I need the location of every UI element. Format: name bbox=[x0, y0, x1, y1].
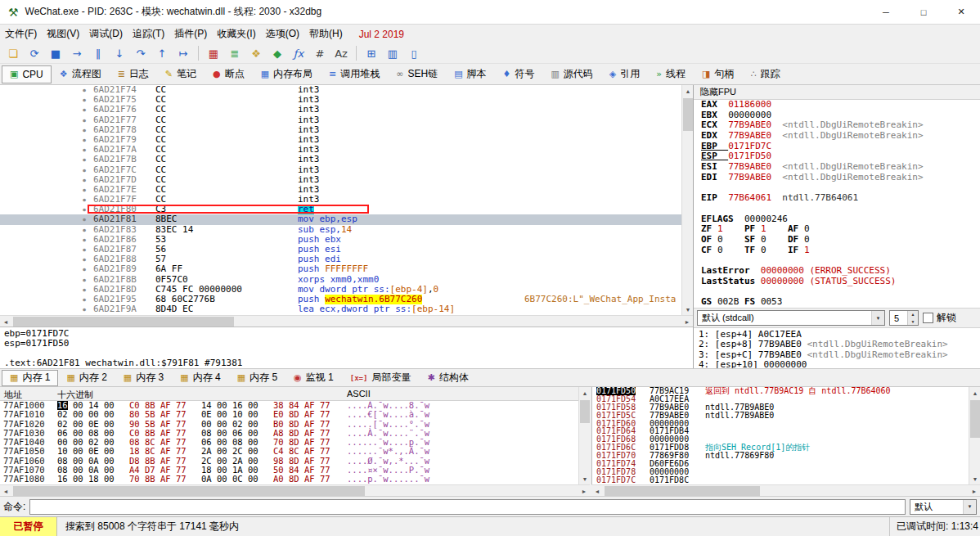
register-row[interactable]: EDI 77B9ABE0 <ntdll.DbgUiRemoteBreakin> bbox=[701, 173, 980, 183]
args-count-spinner[interactable]: 5 ▲ ▼ bbox=[889, 310, 919, 326]
breakpoint-dot[interactable]: ● bbox=[79, 214, 89, 224]
disasm-row[interactable]: ●6AD21F8383EC 14sub esp,14 bbox=[0, 225, 681, 235]
breakpoint-dot[interactable]: ● bbox=[79, 155, 89, 164]
run-icon[interactable]: → bbox=[67, 45, 87, 62]
breakpoint-dot[interactable]: ● bbox=[79, 264, 89, 274]
stack-row[interactable]: 0171FD640171FDB4 bbox=[592, 427, 969, 435]
scroll-right-icon[interactable]: ► bbox=[578, 485, 590, 497]
menu-item-debug[interactable]: 调试(D) bbox=[84, 25, 128, 43]
stack-row[interactable]: 0171FD54A0C17EEA bbox=[592, 395, 969, 403]
dump-hscrollbar[interactable]: ◄ ► bbox=[0, 484, 590, 496]
tab-seh[interactable]: ∞SEH链 bbox=[388, 65, 446, 83]
memory-grid-icon[interactable]: ⊞ bbox=[362, 45, 381, 62]
stack-vscrollbar[interactable]: ▲ ▼ bbox=[969, 387, 980, 484]
stack-row[interactable]: 0171FD7077869F80ntdll.77869F80 bbox=[592, 452, 969, 460]
graph-icon[interactable]: ❖ bbox=[246, 45, 266, 62]
stack-pane[interactable]: 0171FD5077B9AC19返回到 ntdll.77B9AC19 自 ntd… bbox=[591, 387, 969, 484]
breakpoint-dot[interactable]: ● bbox=[79, 205, 89, 214]
log-icon[interactable]: ≣ bbox=[225, 45, 245, 62]
stack-row[interactable]: 0171FD7C0171FD8C bbox=[592, 476, 969, 484]
stack-row[interactable]: 0171FD7800000000 bbox=[592, 468, 969, 476]
breakpoint-dot[interactable]: ● bbox=[79, 115, 89, 125]
menu-item-view[interactable]: 视图(V) bbox=[42, 25, 84, 43]
argument-row[interactable]: 4: [esp+10] 00000000 bbox=[699, 360, 975, 368]
patches-icon[interactable]: ▦ bbox=[204, 45, 223, 62]
breakpoint-dot[interactable]: ● bbox=[79, 235, 89, 245]
breakpoint-dot[interactable]: ● bbox=[79, 125, 89, 135]
close-button[interactable]: ✕ bbox=[942, 0, 980, 24]
menu-item-plugins[interactable]: 插件(P) bbox=[169, 25, 212, 43]
breakpoint-dot[interactable]: ● bbox=[79, 245, 89, 254]
disassembly-vscrollbar[interactable]: ▲ ▼ bbox=[681, 85, 693, 315]
scroll-thumb[interactable] bbox=[13, 486, 365, 496]
breakpoint-dot[interactable]: ● bbox=[79, 135, 89, 145]
tab-memory-4[interactable]: ▦内存 4 bbox=[172, 370, 228, 386]
breakpoint-dot[interactable]: ● bbox=[79, 275, 89, 285]
dump-vscrollbar[interactable]: ▲ ▼ bbox=[578, 387, 590, 484]
mobile-icon[interactable]: ▯ bbox=[404, 45, 424, 62]
disasm-row[interactable]: ●6AD21F77CCint3 bbox=[0, 115, 681, 125]
spinner-up-icon[interactable]: ▲ bbox=[908, 311, 918, 318]
scroll-left-icon[interactable]: ◄ bbox=[591, 485, 603, 497]
breakpoint-dot[interactable]: ● bbox=[79, 95, 89, 105]
tab-memory-1[interactable]: ▦内存 1 bbox=[2, 370, 58, 386]
tab-memory-2[interactable]: ▦内存 2 bbox=[58, 370, 115, 386]
scroll-down-icon[interactable]: ▼ bbox=[682, 304, 694, 315]
stack-hscrollbar[interactable]: ◄ ► bbox=[591, 484, 980, 496]
scroll-thumb[interactable] bbox=[605, 486, 760, 496]
register-row[interactable]: LastStatus 00000000 (STATUS_SUCCESS) bbox=[701, 277, 980, 287]
tab-script[interactable]: ▤脚本 bbox=[446, 65, 494, 83]
scroll-down-icon[interactable]: ▼ bbox=[579, 473, 591, 484]
disassembly-pane[interactable]: ●6AD21F74CCint3●6AD21F75CCint3●6AD21F76C… bbox=[0, 85, 681, 315]
breakpoint-dot[interactable]: ● bbox=[79, 175, 89, 185]
disasm-row[interactable]: ●6AD21F7BCCint3 bbox=[0, 155, 681, 164]
stop-icon[interactable]: ■ bbox=[46, 45, 65, 62]
pause-icon[interactable]: ‖ bbox=[88, 45, 108, 62]
disasm-row[interactable]: ●6AD21F8B0F57C0xorps xmm0,xmm0 bbox=[0, 275, 681, 285]
maximize-button[interactable]: □ bbox=[905, 0, 942, 24]
tab-locals[interactable]: [x=]局部变量 bbox=[342, 370, 420, 386]
register-row[interactable]: EIP 77B64061 ntdll.77B64061 bbox=[701, 193, 980, 204]
scroll-thumb[interactable] bbox=[970, 400, 980, 438]
breakpoint-dot[interactable]: ● bbox=[79, 254, 89, 264]
stack-row[interactable]: 0171FD74D60FE6D6 bbox=[592, 460, 969, 468]
tab-memory-3[interactable]: ▦内存 3 bbox=[115, 370, 172, 386]
tab-call-stack[interactable]: ≡调用堆栈 bbox=[321, 65, 388, 83]
scroll-up-icon[interactable]: ▲ bbox=[682, 85, 694, 97]
breakpoint-dot[interactable]: ● bbox=[79, 105, 89, 115]
tab-symbols[interactable]: ♦符号 bbox=[495, 65, 543, 83]
menu-item-favourites[interactable]: 收藏夹(I) bbox=[212, 25, 260, 43]
dump-row[interactable]: 77AF101002 00 00 0080 5B AF 770E 00 10 0… bbox=[0, 410, 578, 419]
menu-item-file[interactable]: 文件(F) bbox=[0, 25, 42, 43]
dump-row[interactable]: 77AF108016 00 18 0070 8B AF 770A 00 0C 0… bbox=[0, 475, 578, 484]
strings-az-icon[interactable]: Az bbox=[331, 45, 351, 62]
disasm-row[interactable]: ●6AD21F76CCint3 bbox=[0, 105, 681, 115]
shield-icon[interactable]: ◆ bbox=[267, 45, 287, 62]
tab-struct[interactable]: ✱结构体 bbox=[419, 370, 476, 386]
tab-threads[interactable]: »线程 bbox=[648, 65, 694, 83]
stack-row[interactable]: 0171FD5877B9ABE0ntdll.77B9ABE0 bbox=[592, 403, 969, 412]
breakpoint-dot[interactable]: ● bbox=[79, 304, 89, 314]
stack-row[interactable]: 0171FD5C77B9ABE0ntdll.77B9ABE0 bbox=[592, 412, 969, 420]
tab-breakpoints[interactable]: ●断点 bbox=[205, 65, 253, 83]
minimize-button[interactable]: ─ bbox=[867, 0, 905, 24]
tab-references[interactable]: ◈引用 bbox=[601, 65, 648, 83]
unlock-checkbox[interactable] bbox=[923, 313, 933, 323]
breakpoint-dot[interactable]: ● bbox=[79, 195, 89, 205]
tab-log[interactable]: ≣日志 bbox=[110, 65, 157, 83]
register-row[interactable]: GS 002B FS 0053 bbox=[701, 297, 980, 308]
tab-trace[interactable]: ∴跟踪 bbox=[742, 65, 788, 83]
tab-memory-5[interactable]: ▦内存 5 bbox=[229, 370, 285, 386]
disasm-row[interactable]: ●6AD21F896A FFpush FFFFFFFF bbox=[0, 264, 681, 274]
tab-graph[interactable]: ❖流程图 bbox=[52, 65, 110, 83]
tab-cpu[interactable]: ▣CPU bbox=[2, 65, 52, 83]
stack-row[interactable]: 0171FD6C0171FDD8指向SEH_Record[1]的指针 bbox=[592, 444, 969, 452]
tab-source[interactable]: ▥源代码 bbox=[542, 65, 600, 83]
calling-convention-select[interactable]: 默认 (stdcall) ▼ bbox=[697, 310, 885, 326]
disassembly-hscrollbar[interactable]: ◄ ► bbox=[0, 315, 693, 327]
tab-handles[interactable]: ◨句柄 bbox=[694, 65, 742, 83]
scroll-thumb[interactable] bbox=[683, 98, 693, 131]
spinner-down-icon[interactable]: ▼ bbox=[908, 318, 918, 326]
breakpoint-dot[interactable]: ● bbox=[79, 185, 89, 195]
tab-notes[interactable]: ✎笔记 bbox=[157, 65, 205, 83]
